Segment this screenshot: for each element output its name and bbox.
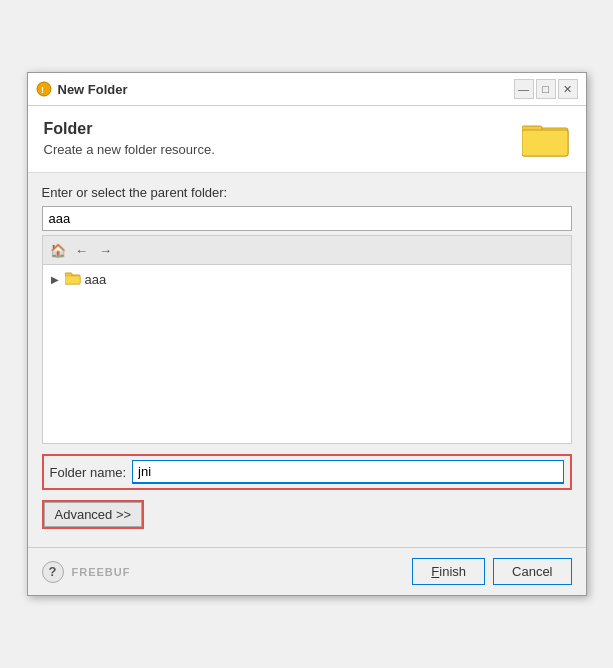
- window-icon: !: [36, 81, 52, 97]
- tree-item-label: aaa: [85, 272, 107, 287]
- svg-point-0: [37, 82, 51, 96]
- advanced-btn-wrapper: Advanced >>: [42, 500, 145, 529]
- watermark: FREEBUF: [72, 566, 131, 578]
- forward-button[interactable]: →: [95, 239, 117, 261]
- section-label: Enter or select the parent folder:: [42, 185, 572, 200]
- svg-rect-8: [65, 276, 80, 284]
- svg-text:!: !: [41, 85, 44, 95]
- tree-item[interactable]: ▶ aaa: [47, 269, 567, 290]
- title-bar: ! New Folder — □ ✕: [28, 73, 586, 106]
- advanced-button[interactable]: Advanced >>: [44, 502, 143, 527]
- parent-folder-input[interactable]: [42, 206, 572, 231]
- tree-toolbar: 🏠 ← →: [42, 235, 572, 264]
- footer-left: ? FREEBUF: [42, 561, 131, 583]
- svg-rect-5: [522, 130, 568, 156]
- folder-tree[interactable]: ▶ aaa: [42, 264, 572, 444]
- window-title: New Folder: [58, 82, 508, 97]
- dialog-header: Folder Create a new folder resource.: [28, 106, 586, 173]
- home-button[interactable]: 🏠: [47, 239, 69, 261]
- folder-name-label: Folder name:: [50, 465, 127, 480]
- title-bar-buttons: — □ ✕: [514, 79, 578, 99]
- folder-icon: [522, 118, 570, 158]
- folder-name-section: Folder name:: [42, 454, 572, 490]
- folder-name-input[interactable]: [132, 460, 563, 484]
- minimize-button[interactable]: —: [514, 79, 534, 99]
- help-button[interactable]: ?: [42, 561, 64, 583]
- back-button[interactable]: ←: [71, 239, 93, 261]
- maximize-button[interactable]: □: [536, 79, 556, 99]
- dialog-footer: ? FREEBUF Finish Cancel: [28, 547, 586, 595]
- folder-tree-icon: [65, 271, 81, 288]
- dialog-body: Enter or select the parent folder: 🏠 ← →…: [28, 173, 586, 547]
- header-text: Folder Create a new folder resource.: [44, 120, 215, 157]
- finish-button[interactable]: Finish: [412, 558, 485, 585]
- close-button[interactable]: ✕: [558, 79, 578, 99]
- cancel-button[interactable]: Cancel: [493, 558, 571, 585]
- dialog-window: ! New Folder — □ ✕ Folder Create a new f…: [27, 72, 587, 596]
- header-title: Folder: [44, 120, 215, 138]
- header-subtitle: Create a new folder resource.: [44, 142, 215, 157]
- expand-arrow: ▶: [51, 274, 61, 285]
- advanced-label: Advanced >>: [55, 507, 132, 522]
- footer-right: Finish Cancel: [412, 558, 571, 585]
